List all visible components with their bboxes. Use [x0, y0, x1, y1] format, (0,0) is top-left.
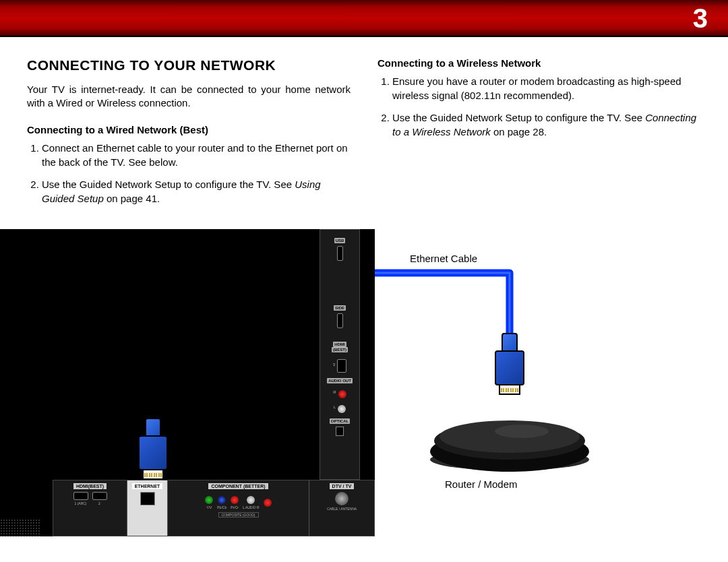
dtv-group: DTV / TV CABLE / ANTENNA: [309, 480, 374, 536]
side-label: SIDE: [334, 305, 346, 311]
hdmi-1-port-icon: [73, 492, 88, 500]
composite-label: COMPOSITE (GOOD): [218, 512, 259, 518]
wired-step-2: Use the Guided Network Setup to configur…: [42, 177, 351, 206]
bottom-port-strip: HDMI(BEST) 1 (ARC) 2 ETHERNET COMPONENT …: [53, 480, 375, 536]
wired-steps: Connect an Ethernet cable to your router…: [27, 141, 351, 206]
router-icon: [427, 411, 592, 472]
hdmi-group: HDMI(BEST) 1 (ARC) 2: [53, 480, 127, 536]
rca-al-icon: [247, 496, 255, 504]
svg-point-4: [495, 425, 549, 438]
audio-r-label: R: [333, 390, 336, 394]
hdmi-2-port-icon: [92, 492, 107, 500]
component-group: COMPONENT (BETTER) Y/V Pb/Cb Pr/Cr L AUD…: [168, 480, 309, 536]
laudio-label: L AUDIO R: [243, 505, 260, 509]
rca-ar-icon: [264, 499, 272, 507]
rca-white-icon: [338, 405, 346, 413]
side-port-strip: USB SIDE HDMI (BEST) 3 AUDIO OUT R L OPT…: [320, 229, 360, 480]
hdmi-2-label: 2: [98, 501, 100, 505]
usb-port-icon: [337, 246, 343, 261]
rca-red-icon: [338, 390, 346, 398]
hdmi-group-title: HDMI(BEST): [73, 483, 107, 489]
side-usb-port-icon: [337, 313, 343, 328]
audio-l-label: L: [334, 405, 336, 409]
wired-heading: Connecting to a Wired Network (Best): [27, 124, 351, 135]
page-number: 3: [693, 3, 708, 34]
rca-pr-icon: [231, 496, 239, 504]
wireless-step-2-a: Use the Guided Network Setup to configur…: [392, 112, 645, 123]
usb-label: USB: [334, 238, 346, 243]
hdmi-best-label: (BEST): [332, 347, 348, 352]
pb-label: Pb/Cb: [217, 505, 226, 509]
wired-step-2-a: Use the Guided Network Setup to configur…: [42, 179, 295, 190]
wireless-step-2-b: on page 28.: [491, 126, 547, 137]
content-columns: CONNECTING TO YOUR NETWORK Your TV is in…: [0, 37, 728, 214]
pr-label: Pr/Cr: [231, 505, 239, 509]
hdmi-3-port-icon: [337, 359, 346, 373]
ethernet-cable-label: Ethernet Cable: [410, 253, 477, 264]
coax-port-icon: [335, 492, 348, 505]
hdmi-1-label: 1 (ARC): [74, 501, 86, 505]
optical-port-icon: [336, 427, 344, 436]
cable-label: CABLE / ANTENNA: [327, 507, 357, 511]
wired-step-1: Connect an Ethernet cable to your router…: [42, 141, 351, 169]
ethernet-title: ETHERNET: [132, 483, 163, 489]
wireless-step-2: Use the Guided Network Setup to configur…: [392, 111, 701, 139]
rj45-connector-left-icon: [138, 418, 168, 470]
audio-out-label: AUDIO OUT: [327, 378, 353, 383]
rca-y-icon: [205, 496, 213, 504]
router-modem-label: Router / Modem: [445, 478, 518, 490]
component-title: COMPONENT (BETTER): [208, 483, 268, 489]
wired-step-2-b: on page 41.: [104, 193, 160, 204]
hdmi-3-num: 3: [333, 363, 335, 367]
wireless-heading: Connecting to a Wireless Network: [377, 57, 701, 69]
dtv-title: DTV / TV: [330, 483, 355, 489]
connection-diagram: USB SIDE HDMI (BEST) 3 AUDIO OUT R L OPT…: [0, 229, 728, 539]
wireless-steps: Ensure you have a router or modem broadc…: [377, 74, 701, 139]
optical-label: OPTICAL: [330, 418, 350, 424]
rca-pb-icon: [218, 496, 226, 504]
right-column: Connecting to a Wireless Network Ensure …: [377, 57, 701, 214]
page-title: CONNECTING TO YOUR NETWORK: [27, 57, 351, 73]
top-banner: 3: [0, 0, 728, 37]
wireless-step-1: Ensure you have a router or modem broadc…: [392, 74, 701, 102]
tv-back-panel: USB SIDE HDMI (BEST) 3 AUDIO OUT R L OPT…: [0, 229, 375, 536]
yv-label: Y/V: [206, 505, 212, 509]
left-column: CONNECTING TO YOUR NETWORK Your TV is in…: [27, 57, 351, 214]
hdmi-label: HDMI: [333, 342, 346, 347]
ethernet-group: ETHERNET: [127, 480, 168, 536]
ethernet-port-icon: [140, 492, 155, 505]
intro-text: Your TV is internet-ready. It can be con…: [27, 83, 351, 111]
rj45-connector-right-icon: [495, 333, 524, 385]
speaker-grille: [0, 519, 40, 536]
